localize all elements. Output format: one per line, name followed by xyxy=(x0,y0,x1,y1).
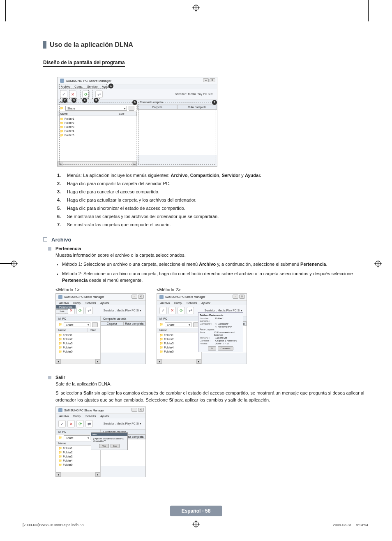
menu-ayudar[interactable]: Ayudar xyxy=(201,302,210,304)
dialog-title: Info xyxy=(91,433,127,436)
refresh-icon[interactable]: ⟳ xyxy=(76,420,84,427)
menu-comp[interactable]: Comp. xyxy=(174,302,182,304)
scroll-left-icon[interactable]: ◂ xyxy=(58,162,62,166)
list-item[interactable]: Folder4 xyxy=(58,459,98,463)
minimize-button[interactable]: – xyxy=(233,295,238,299)
menu-archivo[interactable]: Archivo xyxy=(59,302,69,304)
list-item[interactable]: Folder3 xyxy=(58,455,98,459)
menu-servidor[interactable]: Servidor xyxy=(85,415,96,418)
minimize-button[interactable]: – xyxy=(131,408,137,412)
close-button[interactable]: ✕ xyxy=(138,295,144,299)
close-button[interactable]: ✕ xyxy=(210,78,215,82)
callout-6: 6 xyxy=(132,100,137,105)
list-item[interactable]: Folder5 xyxy=(159,350,199,354)
app-titlebar: SAMSUNG PC Share Manager xyxy=(58,77,217,84)
refresh-icon[interactable]: ⟳ xyxy=(76,307,84,314)
col-name[interactable]: Name xyxy=(157,328,201,332)
sync-icon[interactable]: ⇄ xyxy=(85,420,93,427)
list-item[interactable]: Folder3 xyxy=(159,341,199,346)
menu-servidor[interactable]: Servidor xyxy=(187,302,197,304)
path-combo[interactable]: Share xyxy=(64,435,90,440)
list-item[interactable]: Folder1 xyxy=(159,333,199,337)
unshare-icon[interactable]: ✕ xyxy=(69,91,76,98)
menu-servidor[interactable]: Servidor xyxy=(85,302,96,304)
col-ruta[interactable]: Ruta completa xyxy=(123,321,146,326)
menu-archivo[interactable]: Archivo xyxy=(61,85,70,88)
menu-ayudar[interactable]: Ayudar xyxy=(100,302,109,304)
ok-button[interactable]: Sí xyxy=(208,346,216,351)
list-item[interactable]: Folder2 xyxy=(159,337,199,341)
unshare-icon[interactable]: ✕ xyxy=(168,307,176,314)
col-name[interactable]: Name xyxy=(58,112,116,116)
share-icon[interactable]: ✓ xyxy=(58,420,66,427)
list-item[interactable]: Folder2 xyxy=(58,337,98,341)
sync-icon[interactable]: ⇄ xyxy=(95,91,103,98)
menu-archivo[interactable]: Archivo xyxy=(59,415,69,418)
sync-icon[interactable]: ⇄ xyxy=(85,307,93,314)
list-item[interactable]: Folder5 xyxy=(58,350,98,354)
menu-archivo[interactable]: Archivo xyxy=(160,302,170,304)
file-list[interactable]: Folder1 Folder2 Folder3 Folder4 Folder5 xyxy=(58,116,137,161)
menu-comp[interactable]: Comp. xyxy=(74,85,83,88)
cancel-button[interactable]: Cancelar xyxy=(218,346,233,351)
scrollbar[interactable]: ◂ ▸ xyxy=(58,161,137,166)
prop-value: 2008 - 7 - 17 xyxy=(215,342,229,345)
close-button[interactable]: ✕ xyxy=(138,408,144,412)
text: y, a continuación, seleccione el submenú xyxy=(216,262,300,267)
registration-mark-icon xyxy=(192,4,200,12)
menu-dropdown-item[interactable]: Pertenencia xyxy=(56,305,76,309)
server-label[interactable]: Servidor : Media Play PC Si ▾ xyxy=(205,309,244,312)
up-folder-button[interactable] xyxy=(92,322,98,327)
list-item[interactable]: Folder5 xyxy=(58,463,98,467)
col-carpeta[interactable]: Carpeta xyxy=(137,105,177,109)
menu-comp[interactable]: Comp. xyxy=(73,415,81,418)
sync-icon[interactable]: ⇄ xyxy=(187,307,194,314)
no-button[interactable]: No xyxy=(111,444,120,448)
scroll-track[interactable] xyxy=(62,162,132,166)
share-area[interactable] xyxy=(101,326,145,353)
menu-ayudar[interactable]: Ayudar xyxy=(100,415,109,418)
menu-comp[interactable]: Comp. xyxy=(73,302,81,304)
path-combo[interactable]: Share xyxy=(65,106,127,111)
unshare-icon[interactable]: ✕ xyxy=(67,420,75,427)
col-name[interactable]: Name xyxy=(56,328,88,332)
server-label[interactable]: Servidor : Media Play PC Si ▾ xyxy=(104,309,143,312)
server-label[interactable]: Servidor : Media Play PC Si ▾ xyxy=(104,422,143,425)
list-item[interactable]: Folder4 xyxy=(58,346,98,350)
path-combo[interactable]: Share xyxy=(64,322,90,327)
radio-option[interactable]: No compartir xyxy=(218,325,232,328)
method-2-label: <Método 2> xyxy=(157,287,247,292)
list-item[interactable]: Folder4 xyxy=(159,346,199,350)
menu-dropdown-item[interactable]: Salir xyxy=(56,309,68,313)
yes-button[interactable]: Yes xyxy=(99,444,109,448)
close-button[interactable]: ✕ xyxy=(239,295,245,299)
refresh-icon[interactable]: ⟳ xyxy=(82,91,90,98)
radio-option[interactable]: Compartir xyxy=(218,323,228,325)
menu-servidor[interactable]: Servidor xyxy=(87,85,98,88)
refresh-icon[interactable]: ⟳ xyxy=(178,307,185,314)
file-list[interactable]: Folder1 Folder2 Folder3 Folder4 Folder5 xyxy=(56,332,100,359)
list-item[interactable]: Folder3 xyxy=(60,125,134,129)
minimize-button[interactable]: – xyxy=(203,78,209,82)
col-size[interactable]: Size xyxy=(88,328,100,332)
col-carpeta[interactable]: Carpeta xyxy=(101,321,123,326)
list-item[interactable]: Folder1 xyxy=(58,333,98,337)
col-ruta[interactable]: Ruta completa xyxy=(177,105,217,109)
server-label[interactable]: Servidor : Media Play PC Si ▾ xyxy=(175,93,214,96)
path-combo[interactable]: Share xyxy=(165,322,191,327)
file-list[interactable]: Folder1 Folder2 Folder3 Folder4 Folder5 xyxy=(157,332,201,359)
list-item[interactable]: Folder2 xyxy=(58,450,98,455)
list-item[interactable]: Folder1 xyxy=(60,117,134,121)
minimize-button[interactable]: – xyxy=(131,295,137,299)
share-icon[interactable]: ✓ xyxy=(60,91,67,98)
list-item[interactable]: Folder5 xyxy=(60,133,134,137)
share-icon[interactable]: ✓ xyxy=(159,307,167,314)
scroll-right-icon[interactable]: ▸ xyxy=(132,162,137,166)
list-item[interactable]: Folder4 xyxy=(60,129,134,133)
list-item[interactable]: Folder3 xyxy=(58,341,98,346)
list-item[interactable]: Folder2 xyxy=(60,121,134,125)
share-area[interactable] xyxy=(137,110,217,155)
col-size[interactable]: Size xyxy=(116,112,137,116)
prop-label: Contenir : xyxy=(200,339,214,342)
up-folder-button[interactable] xyxy=(129,106,134,111)
